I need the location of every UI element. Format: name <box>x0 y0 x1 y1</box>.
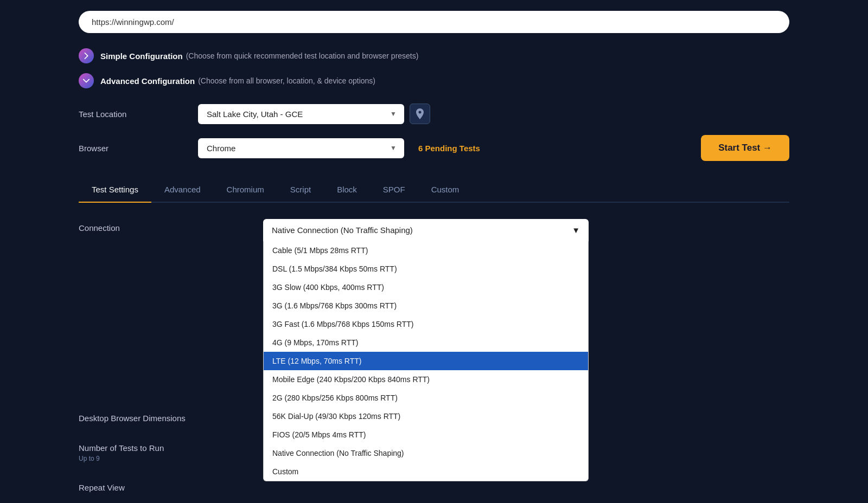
test-location-pin-button[interactable] <box>410 104 430 124</box>
connection-option-56k[interactable]: 56K Dial-Up (49/30 Kbps 120ms RTT) <box>264 407 588 425</box>
chevron-right-icon <box>82 52 90 60</box>
connection-option-3g-slow[interactable]: 3G Slow (400 Kbps, 400ms RTT) <box>264 278 588 296</box>
connection-option-3g-fast[interactable]: 3G Fast (1.6 Mbps/768 Kbps 150ms RTT) <box>264 315 588 333</box>
connection-option-3g[interactable]: 3G (1.6 Mbps/768 Kbps 300ms RTT) <box>264 296 588 315</box>
browser-select[interactable]: Chrome <box>198 138 404 158</box>
simple-config-label: Simple Configuration <box>100 51 183 61</box>
connection-dropdown: Cable (5/1 Mbps 28ms RTT) DSL (1.5 Mbps/… <box>263 241 589 481</box>
connection-select-display[interactable]: Native Connection (No Traffic Shaping) ▼ <box>263 219 589 241</box>
connection-field-row: Connection Native Connection (No Traffic… <box>79 219 789 241</box>
tab-custom[interactable]: Custom <box>418 177 473 202</box>
test-location-select-wrapper: Salt Lake City, Utah - GCE ▼ <box>198 104 404 124</box>
test-location-select[interactable]: Salt Lake City, Utah - GCE <box>198 104 404 124</box>
advanced-config-icon <box>79 73 94 88</box>
connection-select-wrapper: Native Connection (No Traffic Shaping) ▼… <box>263 219 589 241</box>
url-bar-container <box>79 11 789 33</box>
connection-option-fios[interactable]: FIOS (20/5 Mbps 4ms RTT) <box>264 425 588 444</box>
tab-content: Connection Native Connection (No Traffic… <box>79 203 789 503</box>
connection-option-lte[interactable]: LTE (12 Mbps, 70ms RTT) <box>264 352 588 370</box>
url-input[interactable] <box>92 17 776 27</box>
connection-option-cable[interactable]: Cable (5/1 Mbps 28ms RTT) <box>264 241 588 260</box>
start-test-button[interactable]: Start Test → <box>701 135 789 161</box>
connection-option-native[interactable]: Native Connection (No Traffic Shaping) <box>264 444 588 462</box>
connection-field-label: Connection <box>79 219 263 233</box>
tab-script[interactable]: Script <box>277 177 324 202</box>
connection-option-2g[interactable]: 2G (280 Kbps/256 Kbps 800ms RTT) <box>264 389 588 407</box>
config-section: Simple Configuration (Choose from quick … <box>79 48 789 88</box>
connection-select-arrow: ▼ <box>572 225 580 235</box>
number-tests-label: Number of Tests to Run Up to 9 <box>79 439 263 462</box>
location-pin-icon <box>416 108 424 119</box>
connection-option-dsl[interactable]: DSL (1.5 Mbps/384 Kbps 50ms RTT) <box>264 260 588 278</box>
advanced-config-label: Advanced Configuration <box>100 76 195 86</box>
browser-row: Browser Chrome ▼ 6 Pending Tests Start T… <box>79 135 789 161</box>
connection-option-4g[interactable]: 4G (9 Mbps, 170ms RTT) <box>264 333 588 352</box>
connection-selected-value: Native Connection (No Traffic Shaping) <box>272 225 413 235</box>
tab-chromium[interactable]: Chromium <box>214 177 277 202</box>
simple-config-icon <box>79 48 94 63</box>
form-section: Test Location Salt Lake City, Utah - GCE… <box>79 104 789 161</box>
tab-spof[interactable]: SPOF <box>370 177 418 202</box>
test-location-row: Test Location Salt Lake City, Utah - GCE… <box>79 104 789 124</box>
connection-field-control: Native Connection (No Traffic Shaping) ▼… <box>263 219 789 241</box>
browser-label: Browser <box>79 144 198 153</box>
tab-test-settings[interactable]: Test Settings <box>79 177 151 202</box>
advanced-config-description: (Choose from all browser, location, & de… <box>198 76 375 85</box>
simple-config-row[interactable]: Simple Configuration (Choose from quick … <box>79 48 789 63</box>
connection-option-custom[interactable]: Custom <box>264 462 588 481</box>
chevron-down-icon <box>82 77 90 85</box>
connection-option-mobile-edge[interactable]: Mobile Edge (240 Kbps/200 Kbps 840ms RTT… <box>264 370 588 389</box>
test-location-label: Test Location <box>79 109 198 119</box>
browser-select-wrapper: Chrome ▼ <box>198 138 404 158</box>
tab-advanced[interactable]: Advanced <box>151 177 214 202</box>
browser-controls: Chrome ▼ 6 Pending Tests Start Test → <box>198 135 789 161</box>
number-tests-sublabel: Up to 9 <box>79 455 263 462</box>
pending-tests-badge: 6 Pending Tests <box>418 144 480 153</box>
tabs-bar: Test Settings Advanced Chromium Script B… <box>79 177 789 203</box>
repeat-view-label: Repeat View <box>79 479 263 492</box>
advanced-config-row[interactable]: Advanced Configuration (Choose from all … <box>79 73 789 88</box>
simple-config-description: (Choose from quick recommended test loca… <box>186 51 419 60</box>
desktop-dimensions-label: Desktop Browser Dimensions <box>79 409 263 423</box>
tab-block[interactable]: Block <box>324 177 370 202</box>
test-location-controls: Salt Lake City, Utah - GCE ▼ <box>198 104 789 124</box>
